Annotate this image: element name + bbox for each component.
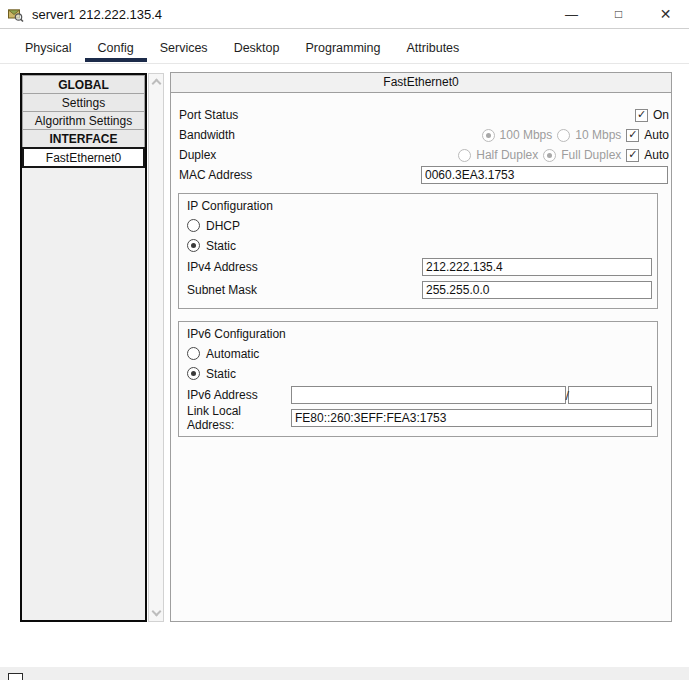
ipv6-prefix-input[interactable]	[568, 386, 652, 404]
bottom-strip	[0, 667, 689, 680]
duplex-full-radio[interactable]	[543, 149, 556, 162]
subnet-mask-row: Subnet Mask	[187, 280, 654, 300]
ipv6-automatic-option-row: Automatic	[187, 345, 654, 362]
link-local-address-label: Link Local Address:	[187, 404, 291, 432]
sidebar-item-interface[interactable]: INTERFACE	[22, 129, 145, 148]
bandwidth-10mbps-radio[interactable]	[557, 129, 570, 142]
bottom-partial-checkbox[interactable]	[8, 673, 23, 680]
ipv4-address-label: IPv4 Address	[187, 260, 422, 274]
tab-attributes[interactable]: Attributes	[394, 37, 473, 62]
bandwidth-10mbps-label: 10 Mbps	[575, 128, 621, 142]
ipv6-address-input[interactable]	[291, 386, 566, 404]
tab-services[interactable]: Services	[147, 37, 221, 62]
tab-bar: Physical Config Services Desktop Program…	[12, 37, 472, 62]
close-button[interactable]: ✕	[642, 0, 689, 28]
ipv6-static-option-row: Static	[187, 365, 654, 382]
ipv6-automatic-radio[interactable]	[187, 347, 200, 360]
sidebar-scrollbar[interactable]	[148, 73, 164, 622]
tab-config[interactable]: Config	[85, 37, 147, 62]
port-status-on-label: On	[653, 108, 669, 122]
mac-address-row: MAC Address	[171, 165, 671, 185]
sidebar-item-settings[interactable]: Settings	[22, 93, 145, 112]
subnet-mask-label: Subnet Mask	[187, 283, 422, 297]
port-status-label: Port Status	[179, 108, 238, 122]
bandwidth-auto-label: Auto	[644, 128, 669, 142]
config-sidebar: GLOBAL Settings Algorithm Settings INTER…	[20, 73, 147, 622]
bandwidth-100mbps-label: 100 Mbps	[500, 128, 553, 142]
ipv6-configuration-group: IPv6 Configuration Automatic Static IPv6…	[178, 321, 658, 437]
dhcp-option-row: DHCP	[187, 217, 654, 234]
window-controls: — □ ✕	[548, 0, 689, 28]
ipv4-static-label: Static	[206, 239, 236, 253]
duplex-half-radio[interactable]	[458, 149, 471, 162]
duplex-full-label: Full Duplex	[561, 148, 621, 162]
duplex-row: Duplex Half Duplex Full Duplex Auto	[171, 145, 671, 165]
sidebar-item-global[interactable]: GLOBAL	[22, 75, 145, 94]
tab-physical[interactable]: Physical	[12, 37, 85, 62]
minimize-icon: —	[565, 7, 578, 22]
ipv4-static-radio[interactable]	[187, 239, 200, 252]
scroll-up-icon[interactable]	[152, 79, 162, 89]
scroll-down-icon[interactable]	[152, 607, 162, 617]
app-device-icon	[7, 6, 24, 23]
ip-configuration-group: IP Configuration DHCP Static IPv4 Addres…	[178, 193, 658, 309]
ip-configuration-title: IP Configuration	[187, 198, 654, 214]
ipv6-address-label: IPv6 Address	[187, 388, 291, 402]
ipv4-address-input[interactable]	[422, 258, 652, 276]
tab-pane-divider	[0, 63, 689, 64]
bandwidth-row: Bandwidth 100 Mbps 10 Mbps Auto	[171, 125, 671, 145]
port-status-on-checkbox[interactable]	[635, 109, 648, 122]
ipv4-address-row: IPv4 Address	[187, 257, 654, 277]
duplex-auto-label: Auto	[644, 148, 669, 162]
duplex-label: Duplex	[179, 148, 216, 162]
sidebar-item-fastethernet0[interactable]: FastEthernet0	[22, 147, 145, 168]
duplex-half-label: Half Duplex	[476, 148, 538, 162]
ipv6-automatic-label: Automatic	[206, 347, 259, 361]
dhcp-label: DHCP	[206, 219, 240, 233]
dhcp-radio[interactable]	[187, 219, 200, 232]
bandwidth-label: Bandwidth	[179, 128, 235, 142]
duplex-auto-checkbox[interactable]	[626, 149, 639, 162]
port-status-row: Port Status On	[171, 105, 671, 125]
link-local-address-row: Link Local Address:	[187, 408, 654, 428]
minimize-button[interactable]: —	[548, 0, 595, 28]
bandwidth-auto-checkbox[interactable]	[626, 129, 639, 142]
ipv6-static-radio[interactable]	[187, 367, 200, 380]
subnet-mask-input[interactable]	[422, 281, 652, 299]
mac-address-input[interactable]	[421, 166, 668, 184]
window-title: server1 212.222.135.4	[32, 7, 162, 22]
title-bar: server1 212.222.135.4 — □ ✕	[0, 0, 689, 29]
maximize-icon: □	[615, 7, 622, 21]
ipv4-static-option-row: Static	[187, 237, 654, 254]
tab-desktop[interactable]: Desktop	[221, 37, 293, 62]
ipv6-configuration-title: IPv6 Configuration	[187, 326, 654, 342]
ipv6-prefix-separator: /	[565, 388, 569, 403]
maximize-button[interactable]: □	[595, 0, 642, 28]
ipv6-address-row: IPv6 Address /	[187, 385, 654, 405]
panel-header: FastEthernet0	[171, 73, 671, 93]
mac-address-label: MAC Address	[179, 168, 421, 182]
link-local-address-input[interactable]	[291, 409, 652, 427]
ipv6-static-label: Static	[206, 367, 236, 381]
bandwidth-100mbps-radio[interactable]	[482, 129, 495, 142]
interface-config-panel: FastEthernet0 Port Status On Bandwidth 1…	[170, 72, 672, 622]
sidebar-item-algorithm-settings[interactable]: Algorithm Settings	[22, 111, 145, 130]
tab-programming[interactable]: Programming	[292, 37, 393, 62]
close-icon: ✕	[660, 6, 672, 22]
